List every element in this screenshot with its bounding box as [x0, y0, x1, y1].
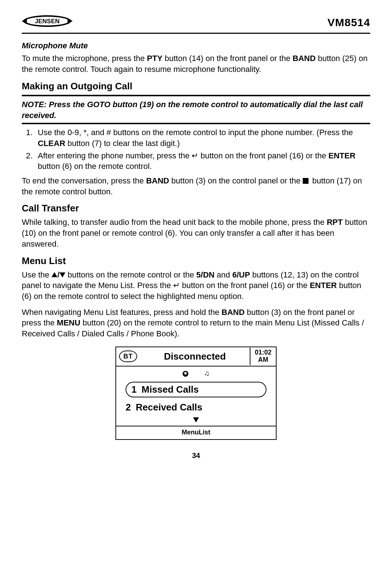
screen-icon-row: ♫	[116, 367, 276, 380]
enter-arrow-icon: ↵	[173, 281, 180, 290]
band-label: BAND	[146, 176, 169, 185]
scroll-down-indicator	[116, 414, 276, 427]
bt-badge: BT	[119, 351, 137, 362]
6up-label: 6/UP	[232, 270, 250, 279]
microphone-mute-text: To mute the microphone, press the PTY bu…	[22, 53, 370, 74]
text-fragment: When navigating Menu List features, pres…	[22, 308, 221, 317]
up-triangle-icon	[52, 272, 57, 277]
menu-item-missed-calls[interactable]: 1 Missed Calls	[120, 381, 272, 398]
menu-item-number: 2	[126, 401, 136, 414]
rpt-label: RPT	[327, 218, 343, 227]
page-header: JENSEN VM8514	[22, 15, 370, 34]
text-fragment: button (14) on the front panel or the	[163, 54, 293, 63]
text-fragment: While talking, to transfer audio from th…	[22, 218, 327, 227]
divider	[22, 95, 370, 96]
band-label: BAND	[221, 308, 245, 317]
model-number: VM8514	[327, 15, 370, 30]
brand-logo: JENSEN	[22, 15, 73, 31]
clear-label: CLEAR	[38, 139, 65, 148]
music-note-icon: ♫	[204, 368, 210, 378]
text-fragment: button on the front panel (16) or the	[198, 151, 328, 160]
pty-label: PTY	[147, 54, 163, 63]
clock-ampm: AM	[255, 356, 271, 364]
screen-status-row: BT Disconnected 01:02 AM	[116, 347, 276, 367]
text-fragment: button on the front panel (16) or the	[180, 281, 310, 290]
bluetooth-icon	[183, 368, 188, 379]
menu-list-para1: Use the / buttons on the remote control …	[22, 270, 370, 302]
5dn-label: 5/DN	[196, 270, 215, 279]
enter-label: ENTER	[310, 281, 337, 290]
text-fragment: After entering the phone number, press t…	[38, 151, 192, 160]
svg-marker-3	[68, 18, 73, 24]
svg-marker-2	[22, 18, 27, 24]
text-fragment: Use the	[22, 270, 52, 279]
connection-status: Disconnected	[140, 347, 250, 366]
menu-item-number: 1	[131, 383, 142, 396]
list-item: After entering the phone number, press t…	[35, 150, 370, 172]
call-transfer-text: While talking, to transfer audio from th…	[22, 217, 370, 249]
enter-label: ENTER	[328, 151, 356, 160]
band-label: BAND	[293, 54, 316, 63]
text-fragment: Use the 0-9, *, and # buttons on the rem…	[38, 128, 353, 137]
divider	[22, 123, 370, 124]
device-screen: BT Disconnected 01:02 AM ♫ 1 Missed Call…	[115, 347, 277, 440]
menu-list-para2: When navigating Menu List features, pres…	[22, 307, 370, 339]
end-call-text: To end the conversation, press the BAND …	[22, 175, 370, 197]
text-fragment: To end the conversation, press the	[22, 176, 146, 185]
brand-text: JENSEN	[35, 18, 60, 25]
page-number: 34	[22, 451, 370, 461]
menu-item-received-calls[interactable]: 2 Received Calls	[116, 400, 276, 414]
menu-label: MENU	[57, 318, 81, 327]
text-fragment: To mute the microphone, press the	[22, 54, 147, 63]
microphone-mute-heading: Microphone Mute	[22, 40, 370, 51]
screen-footer-label: MenuList	[116, 426, 276, 439]
text-fragment: button (3) on the control panel or the	[169, 176, 303, 185]
text-fragment: button (6) on the remote control.	[38, 162, 152, 171]
text-fragment: button (7) to clear the last digit.)	[65, 139, 180, 148]
text-fragment: and	[215, 270, 232, 279]
text-fragment: buttons on the remote control or the	[65, 270, 196, 279]
outgoing-steps-list: Use the 0-9, *, and # buttons on the rem…	[22, 127, 370, 172]
stop-icon	[303, 178, 309, 184]
menu-list-heading: Menu List	[22, 255, 370, 267]
menu-item-label: Missed Calls	[142, 383, 199, 396]
down-triangle-icon	[60, 272, 65, 278]
call-transfer-heading: Call Transfer	[22, 202, 370, 215]
enter-arrow-icon: ↵	[192, 151, 198, 160]
goto-note: NOTE: Press the GOTO button (19) on the …	[22, 99, 370, 121]
outgoing-call-heading: Making an Outgoing Call	[22, 80, 370, 93]
list-item: Use the 0-9, *, and # buttons on the rem…	[35, 127, 370, 149]
clock: 01:02 AM	[250, 348, 276, 365]
clock-time: 01:02	[255, 349, 271, 356]
menu-item-label: Received Calls	[136, 401, 203, 414]
down-triangle-icon	[193, 417, 199, 422]
